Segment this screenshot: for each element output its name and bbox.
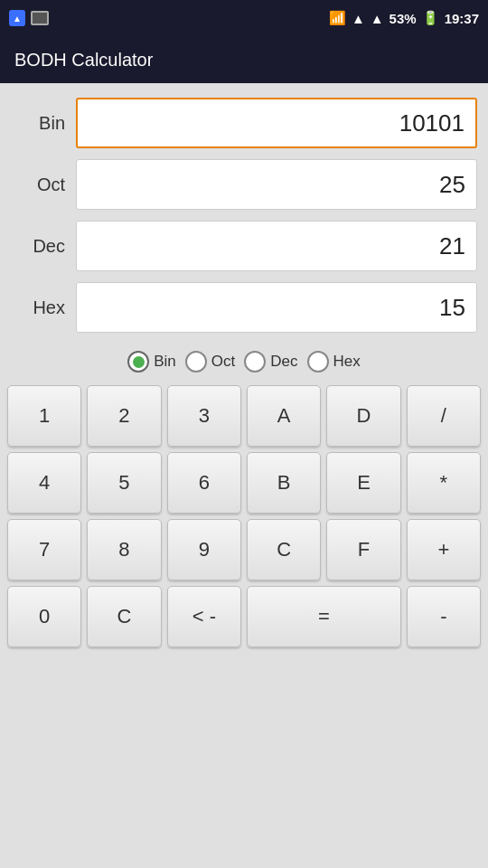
bin-label: Bin <box>11 113 76 134</box>
status-right: 📶 ▲ ▲ 53% 🔋 19:37 <box>329 10 479 26</box>
oct-row: Oct <box>11 159 477 210</box>
radio-oct[interactable]: Oct <box>185 351 235 373</box>
key-2[interactable]: 2 <box>87 385 161 447</box>
key-3[interactable]: 3 <box>167 385 241 447</box>
bin-input[interactable] <box>76 98 477 148</box>
oct-label: Oct <box>11 175 76 195</box>
key-row-1: 1 2 3 A D / <box>7 385 481 447</box>
keypad: 1 2 3 A D / 4 5 6 B E * 7 8 9 C F + 0 C <box>0 382 488 655</box>
radio-dec[interactable]: Dec <box>244 351 297 373</box>
key-clear[interactable]: C <box>87 586 161 647</box>
key-plus[interactable]: + <box>407 519 481 580</box>
sim-icon: 📶 <box>329 10 346 26</box>
dec-row: Dec <box>11 221 477 271</box>
key-equals[interactable]: = <box>247 586 401 647</box>
hex-label: Hex <box>11 297 76 318</box>
radio-oct-circle[interactable] <box>185 351 207 373</box>
key-backspace[interactable]: < - <box>167 586 241 647</box>
status-left: ▲ <box>9 10 49 26</box>
key-minus[interactable]: - <box>407 586 481 647</box>
radio-hex[interactable]: Hex <box>307 351 361 373</box>
battery-percent: 53% <box>389 11 417 26</box>
key-multiply[interactable]: * <box>407 452 481 514</box>
radio-bin-circle[interactable] <box>127 351 149 373</box>
key-8[interactable]: 8 <box>87 519 161 580</box>
bin-row: Bin <box>11 98 477 148</box>
signal-icon: ▲ <box>371 11 384 26</box>
key-0[interactable]: 0 <box>7 586 81 647</box>
shield-icon: ▲ <box>9 10 25 26</box>
key-1[interactable]: 1 <box>7 385 81 447</box>
key-D[interactable]: D <box>326 385 400 447</box>
radio-dec-circle[interactable] <box>244 351 266 373</box>
radio-hex-label: Hex <box>333 353 361 371</box>
radio-group: Bin Oct Dec Hex <box>0 351 488 373</box>
dec-label: Dec <box>11 236 76 257</box>
key-4[interactable]: 4 <box>7 452 81 514</box>
wifi-icon: ▲ <box>352 11 365 26</box>
app-title: BODH Calculator <box>14 50 153 71</box>
key-row-3: 7 8 9 C F + <box>7 519 481 580</box>
oct-input[interactable] <box>76 159 477 210</box>
time-display: 19:37 <box>445 11 479 26</box>
radio-oct-label: Oct <box>211 353 235 371</box>
key-A[interactable]: A <box>247 385 321 447</box>
key-C[interactable]: C <box>247 519 321 580</box>
radio-bin[interactable]: Bin <box>127 351 176 373</box>
dec-input[interactable] <box>76 221 477 271</box>
key-9[interactable]: 9 <box>167 519 241 580</box>
hex-input[interactable] <box>76 282 477 333</box>
image-icon <box>31 11 49 25</box>
key-E[interactable]: E <box>326 452 400 514</box>
key-row-4: 0 C < - = - <box>7 586 481 647</box>
key-B[interactable]: B <box>247 452 321 514</box>
battery-icon: 🔋 <box>422 10 439 26</box>
key-divide[interactable]: / <box>407 385 481 447</box>
key-5[interactable]: 5 <box>87 452 161 514</box>
radio-hex-circle[interactable] <box>307 351 329 373</box>
key-F[interactable]: F <box>326 519 400 580</box>
status-bar: ▲ 📶 ▲ ▲ 53% 🔋 19:37 <box>0 0 488 36</box>
key-6[interactable]: 6 <box>167 452 241 514</box>
hex-row: Hex <box>11 282 477 333</box>
key-7[interactable]: 7 <box>7 519 81 580</box>
radio-dec-label: Dec <box>270 353 297 371</box>
main-content: Bin Oct Dec Hex Bin Oct Dec Hex <box>0 83 488 868</box>
radio-bin-label: Bin <box>154 353 176 371</box>
key-row-2: 4 5 6 B E * <box>7 452 481 514</box>
title-bar: BODH Calculator <box>0 36 488 83</box>
